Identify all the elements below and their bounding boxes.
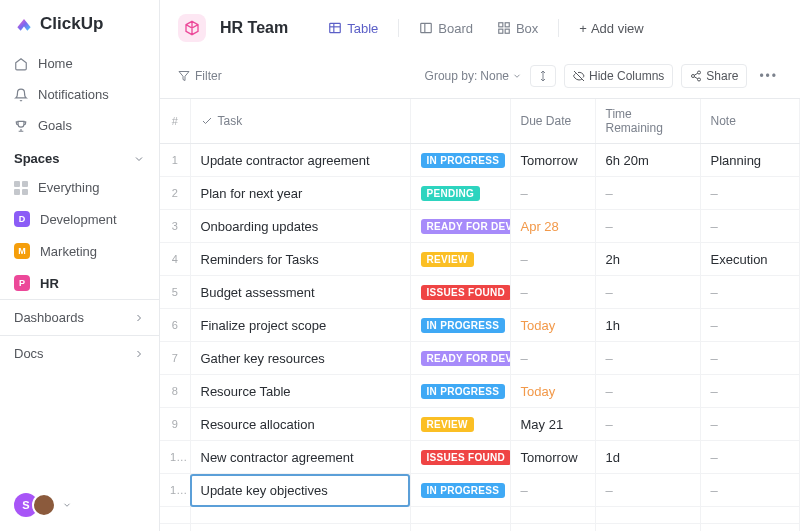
task-name-cell[interactable]: Plan for next year <box>190 177 410 210</box>
col-task[interactable]: Task <box>190 99 410 144</box>
note-cell[interactable]: – <box>700 474 800 507</box>
space-badge[interactable] <box>178 14 206 42</box>
note-cell[interactable]: – <box>700 375 800 408</box>
due-cell[interactable]: Apr 28 <box>510 210 595 243</box>
col-due[interactable]: Due Date <box>510 99 595 144</box>
nav-everything[interactable]: Everything <box>0 172 159 203</box>
time-cell[interactable]: – <box>595 375 700 408</box>
trophy-icon <box>14 119 28 133</box>
status-cell[interactable]: REVIEW <box>410 243 510 276</box>
status-cell[interactable]: IN PROGRESS <box>410 144 510 177</box>
status-cell[interactable]: ISSUES FOUND <box>410 441 510 474</box>
nav-goals[interactable]: Goals <box>0 110 159 141</box>
status-cell[interactable]: READY FOR DEV <box>410 342 510 375</box>
sidebar-space-development[interactable]: DDevelopment <box>0 203 159 235</box>
nav-home[interactable]: Home <box>0 48 159 79</box>
sort-button[interactable] <box>530 65 556 87</box>
view-tab-table[interactable]: Table <box>320 16 386 41</box>
col-status[interactable] <box>410 99 510 144</box>
time-cell[interactable]: – <box>595 276 700 309</box>
nav-notifications[interactable]: Notifications <box>0 79 159 110</box>
svg-point-12 <box>698 78 701 81</box>
time-cell[interactable]: – <box>595 210 700 243</box>
note-cell[interactable]: – <box>700 408 800 441</box>
task-name-cell[interactable]: New contractor agreement <box>190 441 410 474</box>
table-row[interactable]: 4Reminders for TasksREVIEW–2hExecution <box>160 243 800 276</box>
col-time[interactable]: Time Remaining <box>595 99 700 144</box>
due-cell[interactable]: May 21 <box>510 408 595 441</box>
due-cell[interactable]: – <box>510 243 595 276</box>
spaces-header[interactable]: Spaces <box>0 141 159 172</box>
nav-docs[interactable]: Docs <box>0 335 159 371</box>
time-cell[interactable]: 2h <box>595 243 700 276</box>
table-row[interactable]: 2Plan for next yearPENDING––– <box>160 177 800 210</box>
hide-columns-button[interactable]: Hide Columns <box>564 64 673 88</box>
avatar[interactable] <box>32 493 56 517</box>
task-name-cell[interactable]: Budget assessment <box>190 276 410 309</box>
nav-dashboards[interactable]: Dashboards <box>0 299 159 335</box>
task-name-cell[interactable]: Resource Table <box>190 375 410 408</box>
time-cell[interactable]: – <box>595 408 700 441</box>
due-cell[interactable]: – <box>510 177 595 210</box>
task-name-cell[interactable]: Update key objectives <box>190 474 410 507</box>
table-row[interactable]: 10New contractor agreementISSUES FOUNDTo… <box>160 441 800 474</box>
app-logo[interactable]: ClickUp <box>0 14 159 48</box>
note-cell[interactable]: – <box>700 309 800 342</box>
note-cell[interactable]: – <box>700 177 800 210</box>
user-avatars[interactable]: S <box>0 479 159 531</box>
due-cell[interactable]: – <box>510 474 595 507</box>
col-note[interactable]: Note <box>700 99 800 144</box>
status-cell[interactable]: PENDING <box>410 177 510 210</box>
status-cell[interactable]: IN PROGRESS <box>410 375 510 408</box>
note-cell[interactable]: – <box>700 210 800 243</box>
status-cell[interactable]: IN PROGRESS <box>410 474 510 507</box>
row-number: 8 <box>160 375 190 408</box>
col-number[interactable]: # <box>160 99 190 144</box>
task-name-cell[interactable]: Reminders for Tasks <box>190 243 410 276</box>
table-row[interactable]: 6Finalize project scopeIN PROGRESSToday1… <box>160 309 800 342</box>
status-cell[interactable]: READY FOR DEV <box>410 210 510 243</box>
view-tab-board[interactable]: Board <box>411 16 481 41</box>
due-cell[interactable]: Today <box>510 375 595 408</box>
note-cell[interactable]: Planning <box>700 144 800 177</box>
share-button[interactable]: Share <box>681 64 747 88</box>
time-cell[interactable]: – <box>595 177 700 210</box>
task-name-cell[interactable]: Onboarding updates <box>190 210 410 243</box>
time-cell[interactable]: 1d <box>595 441 700 474</box>
groupby-control[interactable]: Group by: None <box>425 69 522 83</box>
table-row[interactable]: 7Gather key resourcesREADY FOR DEV––– <box>160 342 800 375</box>
add-view-button[interactable]: + Add view <box>571 16 651 41</box>
status-cell[interactable]: IN PROGRESS <box>410 309 510 342</box>
table-row[interactable]: 3Onboarding updatesREADY FOR DEVApr 28–– <box>160 210 800 243</box>
sidebar-space-marketing[interactable]: MMarketing <box>0 235 159 267</box>
note-cell[interactable]: – <box>700 441 800 474</box>
table-row[interactable]: 11Update key objectivesIN PROGRESS––– <box>160 474 800 507</box>
due-cell[interactable]: Tomorrow <box>510 144 595 177</box>
sidebar-space-hr[interactable]: PHR <box>0 267 159 299</box>
note-cell[interactable]: – <box>700 342 800 375</box>
time-cell[interactable]: 1h <box>595 309 700 342</box>
row-number: 3 <box>160 210 190 243</box>
task-name-cell[interactable]: Gather key resources <box>190 342 410 375</box>
time-cell[interactable]: 6h 20m <box>595 144 700 177</box>
table-row[interactable]: 9Resource allocationREVIEWMay 21–– <box>160 408 800 441</box>
time-cell[interactable]: – <box>595 474 700 507</box>
due-cell[interactable]: – <box>510 276 595 309</box>
table-row[interactable]: 5Budget assessmentISSUES FOUND––– <box>160 276 800 309</box>
more-menu[interactable]: ••• <box>755 69 782 83</box>
task-name-cell[interactable]: Finalize project scope <box>190 309 410 342</box>
task-name-cell[interactable]: Update contractor agreement <box>190 144 410 177</box>
note-cell[interactable]: – <box>700 276 800 309</box>
view-tab-box[interactable]: Box <box>489 16 546 41</box>
status-cell[interactable]: ISSUES FOUND <box>410 276 510 309</box>
table-row[interactable]: 8Resource TableIN PROGRESSToday–– <box>160 375 800 408</box>
table-row[interactable]: 1Update contractor agreementIN PROGRESST… <box>160 144 800 177</box>
filter-button[interactable]: Filter <box>178 69 222 83</box>
due-cell[interactable]: Tomorrow <box>510 441 595 474</box>
time-cell[interactable]: – <box>595 342 700 375</box>
task-name-cell[interactable]: Resource allocation <box>190 408 410 441</box>
note-cell[interactable]: Execution <box>700 243 800 276</box>
due-cell[interactable]: Today <box>510 309 595 342</box>
status-cell[interactable]: REVIEW <box>410 408 510 441</box>
due-cell[interactable]: – <box>510 342 595 375</box>
